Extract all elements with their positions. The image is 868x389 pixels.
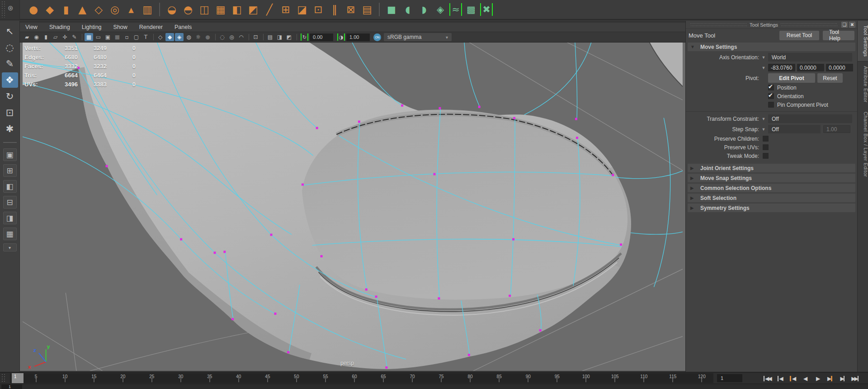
step-back-key-button[interactable]: ◀	[786, 374, 798, 383]
current-frame-field[interactable]: 1	[717, 374, 742, 382]
section-joint-orient-settings[interactable]: ▶Joint Orient Settings	[688, 164, 855, 172]
cut-uv-edges-icon[interactable]: ✖	[480, 3, 493, 16]
exposure-icon[interactable]: ↻	[301, 33, 308, 41]
step-forward-key-button[interactable]: ▶	[824, 374, 836, 383]
menu-view[interactable]: View	[25, 24, 38, 30]
textured-display-icon[interactable]: ◈	[175, 33, 184, 41]
layout-single-pane[interactable]: ▣	[3, 148, 17, 161]
grid-toggle-icon[interactable]: ▦	[85, 33, 93, 41]
frame-ruler[interactable]: 1 51015202530354045505560657075808590951…	[10, 373, 713, 383]
scale-tool[interactable]: ⊡	[2, 105, 18, 120]
chevron-down-icon[interactable]: ▼	[759, 55, 768, 60]
xray-display-icon[interactable]: ◌	[218, 33, 226, 41]
close-panel-icon[interactable]: ✖	[849, 22, 855, 28]
chevron-down-icon[interactable]: ▼	[759, 127, 768, 132]
rotate-tool[interactable]: ↻	[2, 89, 18, 104]
safe-action-icon[interactable]: ▢	[132, 33, 141, 41]
mirror-icon[interactable]: ◫	[197, 2, 212, 17]
duplicate-special-icon[interactable]: ▤	[360, 2, 374, 17]
play-backwards-button[interactable]: ◀	[798, 374, 811, 383]
wireframe-display-icon[interactable]: ◇	[156, 33, 165, 41]
xray-joints-icon[interactable]: ◠	[237, 33, 245, 41]
step-forward-frame-button[interactable]: ▶	[836, 374, 849, 383]
section-common-selection-options[interactable]: ▶Common Selection Options	[688, 184, 855, 192]
section-soft-selection[interactable]: ▶Soft Selection	[688, 194, 855, 202]
exposure-field[interactable]: 0.00	[310, 33, 333, 41]
color-management-toggle[interactable]: ON	[373, 33, 381, 41]
insert-edge-loop-icon[interactable]: ‖	[327, 2, 342, 17]
camera-attributes-icon[interactable]: ◉	[32, 33, 41, 41]
poly-cylinder-icon[interactable]: ▮	[59, 2, 73, 17]
booleans-icon[interactable]: ◩	[246, 2, 260, 17]
shadows-toggle-icon[interactable]: ●	[203, 33, 212, 41]
timeline-drag-handle[interactable]	[1, 374, 6, 382]
panel-drag-handle[interactable]	[690, 23, 747, 27]
bookmarks-icon[interactable]: ▮	[42, 33, 50, 41]
viewport-canvas[interactable]: y x z Verts:335132490Edges:668064800Face…	[20, 43, 685, 371]
chevron-down-icon[interactable]: ▼	[759, 66, 768, 70]
2d-pan-zoom-icon[interactable]: ✢	[61, 33, 69, 41]
grease-pencil-icon[interactable]: ✎	[70, 33, 79, 41]
subdivide-icon[interactable]: ▦	[213, 2, 228, 17]
poly-plane-icon[interactable]: ◇	[91, 2, 106, 17]
play-forwards-button[interactable]: ▶	[811, 374, 824, 383]
lasso-tool[interactable]: ◌	[2, 40, 18, 55]
move-tool[interactable]: ❖	[2, 72, 18, 88]
side-tab-attribute-editor[interactable]: Attribute Editor	[858, 62, 868, 107]
use-default-material-icon[interactable]: ◍	[184, 33, 193, 41]
step-snap-dropdown[interactable]: Off	[768, 125, 821, 133]
field-chart-icon[interactable]: ▫	[123, 33, 131, 41]
poly-pyramid-icon[interactable]: ▴	[124, 2, 138, 17]
view-transform-dropdown[interactable]: sRGB gamma	[384, 33, 452, 41]
move-settings-section-header[interactable]: ▼ Move Settings	[688, 43, 855, 51]
shelf-gear-icon[interactable]: ⊛	[8, 5, 14, 12]
multi-cut-icon[interactable]: ╱	[262, 2, 277, 17]
paint-select-tool[interactable]: ✎	[2, 56, 18, 71]
smooth-preview-icon[interactable]: ◓	[181, 2, 195, 17]
planar-mapping-icon[interactable]: ■	[384, 2, 399, 17]
pin-component-pivot-checkbox[interactable]	[768, 102, 774, 108]
resolution-gate-icon[interactable]: ▣	[104, 33, 112, 41]
poly-sphere-icon[interactable]: ●	[26, 2, 41, 17]
poly-cube-icon[interactable]: ◆	[42, 2, 57, 17]
reset-pivot-button[interactable]: Reset	[817, 73, 843, 83]
transform-constraint-dropdown[interactable]: Off	[768, 114, 852, 123]
current-frame-marker[interactable]: 1	[12, 373, 24, 383]
film-gate-icon[interactable]: ▭	[94, 33, 103, 41]
layout-four-pane[interactable]: ⊞	[3, 164, 17, 177]
preserve-uvs-checkbox[interactable]	[763, 144, 769, 150]
tool-help-button[interactable]: Tool Help	[823, 31, 854, 40]
axis-value-field-2[interactable]: 0.0000	[826, 64, 853, 71]
poly-torus-icon[interactable]: ◎	[108, 2, 122, 17]
poly-pipe-icon[interactable]: ▥	[140, 2, 155, 17]
image-plane-icon[interactable]: ▱	[51, 33, 60, 41]
position-checkbox[interactable]	[768, 85, 774, 90]
gamma-field[interactable]: 1.00	[346, 33, 370, 41]
viewport-renderer-icon[interactable]: ◨	[275, 33, 284, 41]
center-pivot-icon[interactable]: ⊡	[311, 2, 326, 17]
cylindrical-mapping-icon[interactable]: ◖	[401, 2, 415, 17]
axis-orientation-dropdown[interactable]: World	[768, 53, 852, 62]
go-to-end-button[interactable]: ▶▶	[849, 374, 862, 383]
bevel-icon[interactable]: ◪	[295, 2, 309, 17]
select-camera-icon[interactable]: ▰	[23, 33, 31, 41]
layout-outliner-persp[interactable]: ◧	[3, 180, 17, 193]
isolate-select-icon[interactable]: ⊡	[251, 33, 260, 41]
edit-pivot-button[interactable]: Edit Pivot	[768, 73, 815, 83]
axis-value-field-1[interactable]: 0.0000	[797, 64, 824, 71]
section-symmetry-settings[interactable]: ▶Symmetry Settings	[688, 204, 855, 212]
menu-renderer[interactable]: Renderer	[139, 24, 163, 30]
orientation-checkbox[interactable]	[768, 93, 774, 99]
smooth-icon[interactable]: ◒	[165, 2, 179, 17]
gamma-icon[interactable]: ◑	[337, 33, 345, 41]
axis-value-field-0[interactable]: -83.0760	[768, 64, 795, 71]
layout-hypershade-persp[interactable]: ◨	[3, 212, 17, 224]
range-start-field[interactable]: 1	[1, 384, 22, 389]
extrude-icon[interactable]: ⊞	[278, 2, 293, 17]
unfold-uv-icon[interactable]: ≈	[449, 3, 462, 16]
layout-uv-persp[interactable]: ▦	[3, 228, 17, 240]
menu-show[interactable]: Show	[113, 24, 127, 30]
menu-shading[interactable]: Shading	[49, 24, 70, 30]
delete-component-icon[interactable]: ⊠	[344, 2, 358, 17]
safe-title-icon[interactable]: T	[142, 33, 150, 41]
